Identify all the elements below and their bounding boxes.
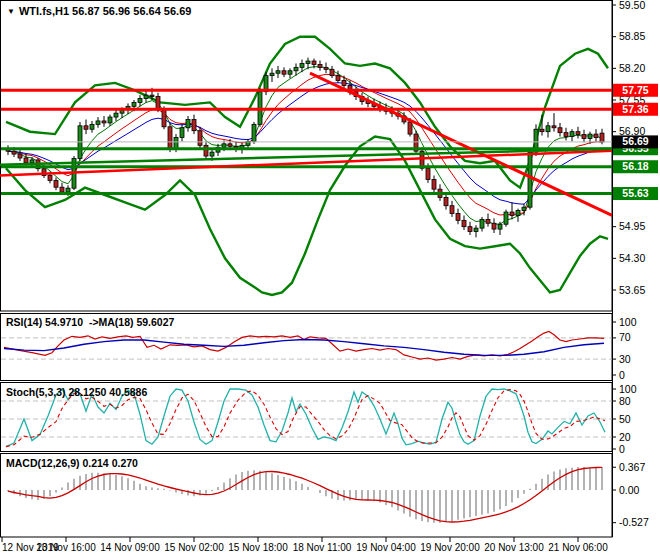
bull-candle [252, 124, 256, 141]
bear-candle [228, 144, 232, 146]
macd-panel-frame[interactable] [1, 454, 613, 538]
time-tick-label: 21 Nov 06:00 [548, 542, 608, 553]
bull-candle [270, 73, 274, 75]
bear-candle [492, 223, 496, 229]
bear-candle [48, 176, 52, 181]
level-price-badge-text: 55.63 [622, 187, 648, 199]
bull-candle [300, 63, 304, 67]
bear-candle [552, 126, 556, 128]
axis-tick-label: 20 [619, 431, 631, 443]
bear-candle [576, 132, 580, 135]
time-tick-label: 19 Nov 04:00 [356, 542, 416, 553]
bear-candle [18, 154, 22, 158]
bear-candle [456, 214, 460, 221]
level-price-badge: 55.63 [613, 187, 658, 200]
bear-candle [426, 168, 430, 179]
bull-candle [498, 224, 502, 229]
bear-candle [60, 187, 64, 192]
bull-candle [546, 126, 550, 132]
bull-candle [90, 124, 94, 129]
bear-candle [54, 180, 58, 187]
bull-candle [180, 128, 184, 138]
bear-candle [444, 197, 448, 205]
axis-tick-label: 58.85 [619, 30, 645, 42]
axis-tick-label: 80 [619, 395, 631, 407]
bear-candle [558, 128, 562, 133]
axis-tick-label: 59.50 [619, 0, 645, 11]
bear-candle [450, 206, 454, 214]
axis-tick-label: 100 [619, 316, 637, 328]
level-price-badge: 57.75 [613, 84, 658, 97]
time-tick-label: 20 Nov 13:00 [484, 542, 544, 553]
axis-tick-label: 58.20 [619, 62, 645, 74]
bull-candle [222, 144, 226, 147]
level-price-badge-text: 57.36 [622, 103, 648, 115]
bear-candle [510, 212, 514, 215]
bear-candle [330, 69, 334, 75]
bear-candle [318, 64, 322, 67]
price-axis: 59.5058.8558.2057.5556.9054.9554.3053.65… [612, 0, 658, 537]
bear-candle [12, 151, 16, 154]
bear-candle [540, 129, 544, 131]
bull-candle [108, 117, 112, 123]
bull-candle [570, 132, 574, 137]
bear-candle [282, 71, 286, 74]
bull-candle [288, 71, 292, 74]
bear-candle [150, 95, 154, 96]
bear-candle [600, 133, 604, 142]
level-price-badge-text: 56.18 [622, 160, 648, 172]
axis-tick-label: 30 [619, 353, 631, 365]
axis-tick-label: 0.367 [619, 461, 645, 473]
bull-candle [306, 61, 310, 63]
time-tick-label: 18 Nov 11:00 [293, 542, 352, 553]
bull-candle [96, 121, 100, 124]
bear-candle [192, 119, 196, 130]
bear-candle [594, 134, 598, 137]
bear-candle [324, 67, 328, 69]
bull-candle [66, 188, 70, 192]
axis-tick-label: 54.95 [619, 220, 645, 232]
axis-tick-label: 0 [619, 443, 625, 455]
bear-candle [168, 127, 172, 149]
axis-tick-label: 50 [619, 413, 631, 425]
bear-candle [564, 133, 568, 137]
bear-candle [462, 220, 466, 226]
bull-candle [174, 138, 178, 149]
bull-candle [528, 152, 532, 207]
axis-tick-label: 54.30 [619, 252, 645, 264]
bear-candle [342, 81, 346, 86]
bull-candle [474, 228, 478, 231]
bear-candle [84, 126, 88, 129]
bull-candle [114, 113, 118, 117]
bull-candle [504, 212, 508, 224]
bear-candle [408, 122, 412, 134]
bull-candle [138, 99, 142, 103]
bull-candle [30, 160, 34, 163]
bear-candle [468, 227, 472, 232]
axis-tick-label: 100 [619, 383, 637, 395]
axis-tick-label: 53.65 [619, 284, 645, 296]
axis-tick-label: 0.00 [619, 484, 640, 496]
current-price-badge-text: 56.69 [622, 135, 648, 147]
bull-candle [588, 134, 592, 138]
rsi-panel-frame[interactable] [1, 314, 613, 381]
time-tick-label: 14 Nov 09:00 [100, 542, 160, 553]
bear-candle [336, 76, 340, 81]
axis-tick-label: 70 [619, 331, 631, 343]
time-axis[interactable]: 12 Nov 201913 Nov 16:0014 Nov 09:0015 No… [2, 537, 608, 553]
bear-candle [312, 61, 316, 64]
time-tick-label: 13 Nov 16:00 [36, 542, 96, 553]
time-tick-label: 19 Nov 20:00 [420, 542, 480, 553]
chart-canvas[interactable]: 59.5058.8558.2057.5556.9054.9554.3053.65… [0, 0, 660, 560]
bear-candle [102, 121, 106, 123]
bear-candle [486, 219, 490, 223]
bull-candle [276, 71, 280, 73]
bear-candle [204, 145, 208, 156]
current-price-badge: 56.69 [613, 135, 658, 148]
bull-candle [516, 211, 520, 216]
bull-candle [210, 152, 214, 156]
bull-candle [132, 102, 136, 106]
bear-candle [162, 110, 166, 127]
bear-candle [582, 135, 586, 139]
time-tick-label: 15 Nov 18:00 [228, 542, 288, 553]
